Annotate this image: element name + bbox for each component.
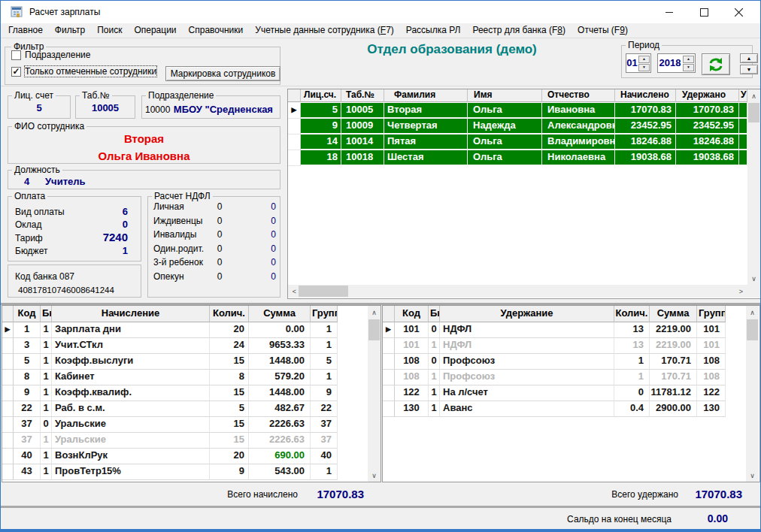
- cell[interactable]: 20: [210, 449, 249, 464]
- column-header[interactable]: Сумма: [249, 306, 311, 322]
- cell[interactable]: 18246.88: [615, 135, 676, 150]
- scroll-up-icon[interactable]: ∧: [368, 306, 380, 319]
- cell[interactable]: 5: [301, 103, 341, 119]
- month-up-icon[interactable]: ▲: [638, 56, 650, 63]
- scroll-up-icon[interactable]: ∧: [747, 89, 760, 102]
- cell[interactable]: 108: [697, 370, 726, 385]
- column-header[interactable]: Группа: [697, 306, 726, 322]
- cell[interactable]: 0: [614, 385, 650, 401]
- cell[interactable]: 1: [311, 338, 338, 354]
- column-header[interactable]: Таб.№: [341, 89, 384, 102]
- cell[interactable]: 40: [311, 449, 338, 464]
- cell[interactable]: 1: [41, 401, 52, 417]
- menu-item-8[interactable]: Отчеты (F9): [572, 23, 634, 38]
- cell[interactable]: 9: [301, 119, 341, 135]
- cell[interactable]: 2219.00: [650, 322, 697, 338]
- scroll-thumb[interactable]: [748, 103, 759, 122]
- cell[interactable]: 10009: [341, 119, 384, 135]
- column-header[interactable]: Сумма: [650, 306, 697, 322]
- column-header[interactable]: Отчество: [542, 89, 615, 102]
- cell[interactable]: 22: [311, 401, 338, 417]
- scroll-up-icon[interactable]: ∧: [746, 306, 759, 319]
- column-header[interactable]: Код: [395, 306, 429, 322]
- cell[interactable]: 19038.68: [676, 150, 739, 166]
- cell[interactable]: Учит.СТкл: [52, 338, 210, 354]
- cell[interactable]: Ольга: [468, 135, 542, 150]
- cell[interactable]: 1: [14, 322, 41, 338]
- month-spinner[interactable]: 01 ▲▼: [626, 53, 651, 73]
- cell[interactable]: 24: [210, 338, 249, 354]
- cell[interactable]: [739, 150, 747, 166]
- cell[interactable]: 108: [395, 370, 429, 385]
- cell[interactable]: Уральские: [52, 433, 210, 449]
- cell[interactable]: Четвертая: [384, 119, 468, 135]
- scroll-thumb[interactable]: [747, 319, 758, 340]
- cell[interactable]: Николаевна: [542, 150, 615, 166]
- cell[interactable]: 37: [311, 417, 338, 433]
- cell[interactable]: 10005: [341, 103, 384, 119]
- cell[interactable]: 9: [311, 385, 338, 401]
- cell[interactable]: 543.00: [249, 464, 311, 480]
- cell[interactable]: 0.4: [614, 401, 650, 417]
- department-checkbox[interactable]: Подразделение: [11, 50, 90, 60]
- cell[interactable]: 1: [41, 370, 52, 385]
- cell[interactable]: 101: [697, 322, 726, 338]
- cell[interactable]: 8: [14, 370, 41, 385]
- cell[interactable]: 13: [614, 338, 650, 354]
- column-header[interactable]: Имя: [468, 89, 542, 102]
- scroll-down-icon[interactable]: ∨: [368, 469, 380, 482]
- cell[interactable]: 10014: [341, 135, 384, 150]
- cell[interactable]: 1: [41, 338, 52, 354]
- deductions-grid[interactable]: КодБюУдержаниеКолич.СуммаГруппа▶1010НДФЛ…: [382, 305, 760, 482]
- cell[interactable]: 9653.33: [249, 338, 311, 354]
- cell[interactable]: 1: [311, 464, 338, 480]
- close-button[interactable]: [721, 1, 756, 23]
- cell[interactable]: 1448.00: [249, 354, 311, 370]
- cell[interactable]: Профсоюз: [440, 354, 614, 370]
- cell[interactable]: 2226.63: [249, 417, 311, 433]
- cell[interactable]: Владимировна: [542, 135, 615, 150]
- cell[interactable]: [739, 135, 747, 150]
- cell[interactable]: 15: [210, 433, 249, 449]
- cell[interactable]: Зарплата дни: [52, 322, 210, 338]
- cell[interactable]: 20: [210, 322, 249, 338]
- cell[interactable]: 170.71: [650, 354, 697, 370]
- cell[interactable]: 15: [210, 385, 249, 401]
- column-header[interactable]: Группа: [311, 306, 338, 322]
- cell[interactable]: 5: [14, 354, 41, 370]
- scroll-down-icon[interactable]: ∨: [747, 272, 760, 285]
- cell[interactable]: 1: [614, 354, 650, 370]
- scroll-down-icon[interactable]: ∨: [746, 469, 759, 482]
- cell[interactable]: 13: [614, 322, 650, 338]
- column-header[interactable]: У: [739, 89, 747, 102]
- cell[interactable]: 40: [14, 449, 41, 464]
- menu-item-5[interactable]: Учетные данные сотрудника (F7): [249, 23, 400, 38]
- cell[interactable]: На л/счет: [440, 385, 614, 401]
- cell[interactable]: 1: [429, 401, 440, 417]
- cell[interactable]: Ивановна: [542, 103, 615, 119]
- cell[interactable]: 5: [210, 401, 249, 417]
- maximize-button[interactable]: [687, 1, 721, 23]
- cell[interactable]: Коэфф.квалиф.: [52, 385, 210, 401]
- cell[interactable]: 1: [41, 322, 52, 338]
- menu-item-7[interactable]: Реестр для банка (F8): [466, 23, 572, 38]
- cell[interactable]: 3: [14, 338, 41, 354]
- cell[interactable]: 1: [614, 370, 650, 385]
- cell[interactable]: 17070.83: [615, 103, 676, 119]
- menu-item-1[interactable]: Фильтр: [49, 23, 91, 38]
- cell[interactable]: 15: [210, 354, 249, 370]
- scroll-thumb[interactable]: [299, 286, 348, 297]
- cell[interactable]: Раб. в с.м.: [52, 401, 210, 417]
- cell[interactable]: 5: [311, 354, 338, 370]
- cell[interactable]: Коэфф.выслуги: [52, 354, 210, 370]
- column-header[interactable]: Бю: [429, 306, 440, 322]
- cell[interactable]: Пятая: [384, 135, 468, 150]
- cell[interactable]: 101: [697, 338, 726, 354]
- column-header[interactable]: Колич.: [210, 306, 249, 322]
- year-value[interactable]: 2018: [658, 54, 682, 72]
- menu-item-2[interactable]: Поиск: [91, 23, 128, 38]
- cell[interactable]: 2219.00: [650, 338, 697, 354]
- department-checkbox-box[interactable]: [11, 50, 21, 60]
- year-down-icon[interactable]: ▼: [683, 64, 694, 71]
- cell[interactable]: 122: [697, 385, 726, 401]
